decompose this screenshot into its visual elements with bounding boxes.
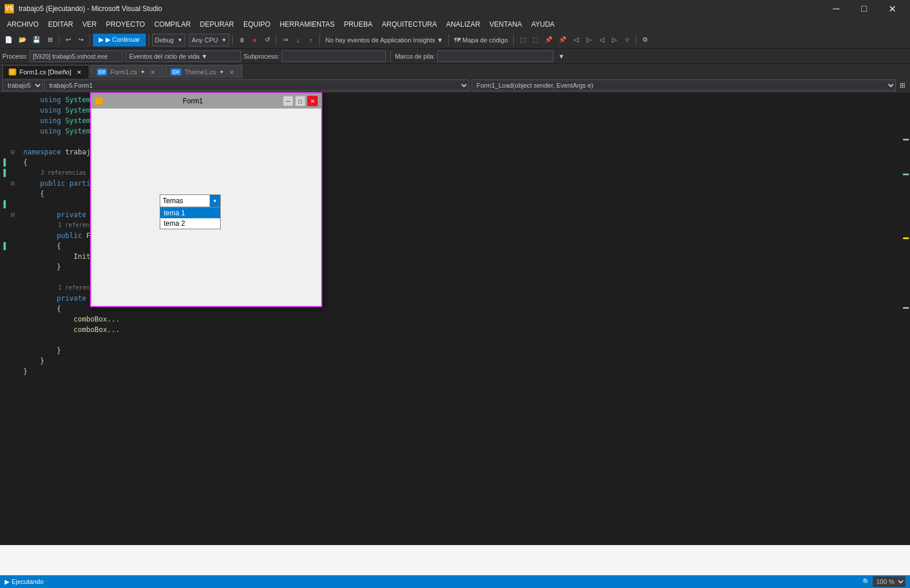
sep7 xyxy=(448,34,449,46)
undo-btn[interactable]: ↩ xyxy=(62,33,74,48)
menu-proyecto[interactable]: PROYECTO xyxy=(102,17,150,31)
lifecycle-dropdown[interactable]: Eventos del ciclo de vida ▼ xyxy=(125,50,241,62)
tab-form1-design[interactable]: D Form1.cs [Diseño] ✕ xyxy=(2,65,89,78)
code-line-22: comboBox... xyxy=(23,314,902,324)
designer-title-controls: ─ □ ✕ xyxy=(283,96,318,106)
lifecycle-label: Eventos del ciclo de vida ▼ xyxy=(129,53,207,60)
subproceso-input[interactable] xyxy=(282,50,386,62)
misc-btn9[interactable]: ☆ xyxy=(621,33,633,48)
namespace-dropdown[interactable]: trabajo5 xyxy=(2,80,43,91)
gutter-line xyxy=(0,136,9,147)
right-gutter-mark-3 xyxy=(903,237,909,239)
menu-depurar[interactable]: DEPURAR xyxy=(195,17,239,31)
continue-button[interactable]: ▶ ▶ Continuar xyxy=(93,34,146,46)
zoom-select[interactable]: 100 % xyxy=(873,576,905,587)
minimize-button[interactable]: ─ xyxy=(823,0,850,17)
gutter-line xyxy=(0,220,9,230)
zoom-control[interactable]: 🔍 100 % xyxy=(862,576,905,587)
open-btn[interactable]: 📂 xyxy=(16,33,29,48)
misc-btn8[interactable]: ▷ xyxy=(609,33,620,48)
misc-btn4[interactable]: 📌 xyxy=(556,33,569,48)
collapse-icon[interactable]: ⊟ xyxy=(10,212,15,218)
menu-compilar[interactable]: COMPILAR xyxy=(150,17,196,31)
dropdown-item-tema2[interactable]: tema 2 xyxy=(160,218,220,229)
misc-btn2[interactable]: ⬚ xyxy=(530,33,541,48)
gutter-indicator xyxy=(0,168,9,178)
designer-maximize-btn[interactable]: □ xyxy=(295,96,305,106)
marco-input[interactable] xyxy=(437,50,553,62)
redo-btn[interactable]: ↪ xyxy=(75,33,87,48)
window-controls: ─ □ ✕ xyxy=(823,0,905,17)
collapse-indicator[interactable]: ⊟ xyxy=(10,210,15,220)
sep4 xyxy=(232,34,233,46)
combobox-text: Temas xyxy=(163,197,210,205)
collapse-indicator[interactable]: ⊟ xyxy=(10,147,15,157)
menu-herramientas[interactable]: HERRAMIENTAS xyxy=(275,17,339,31)
gutter-line xyxy=(0,147,9,157)
running-label: Ejecutando xyxy=(12,578,44,585)
tab-theme1-cs[interactable]: C# Theme1.cs ✦ ✕ xyxy=(164,65,242,78)
designer-body[interactable]: Temas ▼ tema 1 tema 2 xyxy=(91,109,321,306)
proceso-input[interactable] xyxy=(30,50,123,62)
menu-arquitectura[interactable]: ARQUITECTURA xyxy=(377,17,442,31)
designer-close-btn[interactable]: ✕ xyxy=(307,96,318,106)
misc-btn3[interactable]: 📌 xyxy=(542,33,555,48)
subproceso-label: Subproceso: xyxy=(243,53,279,60)
gutter-line xyxy=(0,178,9,189)
misc-btn5[interactable]: ◁ xyxy=(570,33,582,48)
collapse-icon[interactable]: ⊟ xyxy=(10,181,15,186)
close-button[interactable]: ✕ xyxy=(879,0,905,17)
tab-form1-design-close[interactable]: ✕ xyxy=(75,68,83,76)
save-all-btn[interactable]: ⊞ xyxy=(44,33,56,48)
restart-btn[interactable]: ↺ xyxy=(261,33,273,48)
step-out-btn[interactable]: ↑ xyxy=(305,33,316,48)
collapse-icon[interactable]: ⊟ xyxy=(10,149,15,155)
menu-archivo[interactable]: ARCHIVO xyxy=(2,17,44,31)
dirty-indicator-1: ✦ xyxy=(141,69,145,75)
status-running: ▶ Ejecutando xyxy=(5,578,44,586)
debug-dropdown[interactable]: Debug ▼ xyxy=(152,34,185,46)
dropdown-item-tema1[interactable]: tema 1 xyxy=(160,208,220,218)
member-dropdown[interactable]: Form1_Load(object sender, EventArgs e) xyxy=(472,80,897,91)
pause-btn[interactable]: ⏸ xyxy=(236,33,247,48)
combobox-arrow[interactable]: ▼ xyxy=(210,195,220,207)
new-project-btn[interactable]: 📄 xyxy=(2,33,15,48)
maximize-button[interactable]: □ xyxy=(851,0,877,17)
cpu-dropdown[interactable]: Any CPU ▼ xyxy=(189,34,229,46)
app-icon: VS xyxy=(5,4,14,13)
menu-equipo[interactable]: EQUIPO xyxy=(239,17,275,31)
misc-btn6[interactable]: ▷ xyxy=(583,33,595,48)
window-title: trabajo5 (Ejecutando) - Microsoft Visual… xyxy=(19,5,162,13)
menu-prueba[interactable]: PRUEBA xyxy=(339,17,377,31)
menu-ver[interactable]: VER xyxy=(78,17,102,31)
expand-btn[interactable]: ⊞ xyxy=(897,81,908,89)
misc-btn7[interactable]: ◁ xyxy=(596,33,607,48)
cs-icon-2: C# xyxy=(171,68,181,75)
collapse-gutter: ⊟ ⊟ ⊟ xyxy=(9,92,16,545)
designer-minimize-btn[interactable]: ─ xyxy=(283,96,293,106)
collapse-indicator[interactable]: ⊟ xyxy=(10,178,15,189)
menu-ayuda[interactable]: AYUDA xyxy=(527,17,559,31)
sep2 xyxy=(89,34,90,46)
gutter-indicator xyxy=(0,157,9,168)
running-icon: ▶ xyxy=(5,578,9,586)
misc-btn1[interactable]: ⬚ xyxy=(517,33,528,48)
proceso-label: Proceso: xyxy=(2,53,27,60)
tab-theme1-cs-close[interactable]: ✕ xyxy=(228,68,236,76)
designer-combobox[interactable]: Temas ▼ xyxy=(160,194,221,207)
menu-ventana[interactable]: VENTANA xyxy=(485,17,527,31)
save-btn[interactable]: 💾 xyxy=(30,33,43,48)
menu-analizar[interactable]: ANALIZAR xyxy=(441,17,485,31)
right-gutter-mark-2 xyxy=(903,174,909,175)
gutter-line xyxy=(0,105,9,116)
class-dropdown[interactable]: trabajo5.Form1 xyxy=(44,80,469,91)
toolbar-debug: Proceso: Eventos del ciclo de vida ▼ Sub… xyxy=(0,49,910,64)
step-over-btn[interactable]: ⇒ xyxy=(279,33,291,48)
stop-btn[interactable]: ■ xyxy=(249,33,260,48)
tab-form1-cs-close[interactable]: ✕ xyxy=(149,68,157,76)
settings-btn[interactable]: ⚙ xyxy=(639,33,651,48)
tab-form1-cs[interactable]: C# Form1.cs ✦ ✕ xyxy=(91,65,163,78)
menu-editar[interactable]: EDITAR xyxy=(44,17,78,31)
step-into-btn[interactable]: ↓ xyxy=(292,33,304,48)
map-btn[interactable]: 🗺 Mapa de código xyxy=(452,33,510,48)
